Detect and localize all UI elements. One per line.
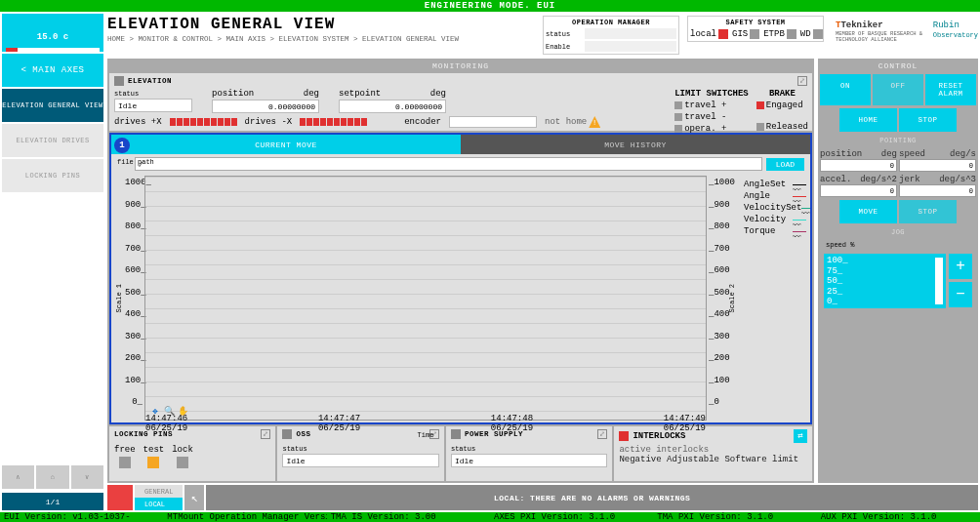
jog-minus-button[interactable]: − [949, 282, 972, 307]
lock-free-led [119, 457, 131, 468]
jog-speed-slider[interactable]: 100_75_50_25_0_ [824, 254, 946, 308]
tab-current-move[interactable]: CURRENT MOVE [111, 135, 461, 154]
x-axis-ticks: 14:47:4606/25/1914:47:4706/25/1914:47:48… [145, 414, 706, 433]
safety-local-led [718, 29, 728, 39]
load-button[interactable]: LOAD [766, 158, 804, 171]
speed-input[interactable]: 0 [899, 159, 976, 172]
y-axis-ticks: 1000_900_800_700_600_500_400_300_200_100… [125, 176, 144, 421]
elevation-position: 0.00000000 [212, 100, 319, 113]
local-button[interactable]: LOCAL [135, 498, 183, 510]
nav-home-button[interactable]: ⌂ [36, 465, 68, 489]
stop-button[interactable]: STOP [899, 108, 957, 132]
alarm-indicator [107, 485, 133, 510]
y2-axis-label: Scale 2 [728, 284, 736, 312]
accel-input[interactable]: 0 [820, 184, 897, 197]
y-axis-label: Scale 1 [115, 284, 123, 312]
elevation-box: ELEVATION ⤢ statusIdle position deg0.000… [109, 73, 812, 131]
home-button[interactable]: HOME [839, 108, 897, 132]
general-local-toggle: GENERAL LOCAL ↖ [135, 485, 204, 510]
drives-plus-bars [170, 118, 237, 126]
pointing-label: POINTING [820, 137, 976, 144]
nav-elevation-drives[interactable]: ELEVATION DRIVES [2, 124, 103, 157]
op-mgr-enable [585, 41, 676, 52]
jog-label: JOG [820, 228, 976, 236]
not-home-indicator: not home! [545, 116, 600, 128]
move-button[interactable]: MOVE [839, 200, 897, 223]
safety-etpb-led [787, 29, 796, 39]
elevation-status: Idle [114, 99, 192, 112]
chart-pan-icon[interactable]: ✋ [177, 406, 188, 418]
chart-plot-area[interactable]: 14:47:4606/25/1914:47:4706/25/1914:47:48… [144, 176, 707, 421]
operation-manager-title: OPERATION MANAGER [546, 19, 676, 26]
jog-plus-button[interactable]: + [949, 254, 972, 279]
nav-locking-pins[interactable]: LOCKING PINS [2, 159, 103, 192]
annotation-badge-1: 1 [114, 138, 130, 153]
reset-alarm-button[interactable]: RESET ALARM [925, 74, 976, 105]
stop2-button[interactable]: STOP [899, 200, 957, 223]
logos: TTeknikerMEMBER OF BASQUE RESEARCH & TEC… [832, 16, 978, 42]
drives-minus-bars [300, 118, 367, 126]
lock-test-led [147, 457, 159, 468]
nav-back-main-axes[interactable]: < MAIN AXES [2, 54, 103, 87]
nav-up-button[interactable]: ∧ [2, 465, 34, 489]
oss-status: Idle [282, 454, 438, 467]
jog-speed-label: speed % [820, 241, 976, 249]
temperature-display: 15.0 c [2, 14, 103, 52]
x-axis-label: Time [418, 431, 434, 439]
nav-elevation-general-view[interactable]: ELEVATION GENERAL VIEW [2, 89, 103, 122]
status-message: LOCAL: THERE ARE NO ALARMS OR WARNINGS [206, 485, 978, 510]
expand-icon[interactable]: ⤢ [797, 76, 807, 86]
safety-system-panel: SAFETY SYSTEM local GIS ETPB WD [687, 16, 824, 42]
file-path-input[interactable]: / [135, 157, 762, 171]
chart-zoom-icon[interactable]: 🔍 [163, 406, 175, 418]
chart-crosshair-icon[interactable]: ✥ [149, 406, 161, 418]
elevation-setpoint: 0.00000000 [339, 100, 446, 113]
interlock-refresh-icon[interactable]: ⇄ [794, 429, 807, 443]
left-nav: 15.0 c < MAIN AXES ELEVATION GENERAL VIE… [0, 12, 105, 512]
active-interlocks-value: Negative Adjustable Software limit [619, 455, 807, 464]
pointer-icon[interactable]: ↖ [184, 485, 204, 510]
breadcrumb: HOME > MONITOR & CONTROL > MAIN AXIS > E… [107, 35, 535, 43]
operation-manager-panel: OPERATION MANAGER status Enable [543, 16, 679, 55]
off-button[interactable]: OFF [873, 74, 923, 105]
jerk-input[interactable]: 0 [899, 184, 976, 197]
monitoring-panel: MONITORING ELEVATION ⤢ statusIdle positi… [107, 59, 814, 483]
general-button[interactable]: GENERAL [135, 485, 183, 498]
page-title: ELEVATION GENERAL VIEW [107, 16, 535, 33]
power-supply-box: POWER SUPPLY⤢ statusIdle [446, 426, 612, 481]
position-input[interactable]: 0 [820, 159, 897, 172]
rubin-logo: RubinObservatory [933, 16, 978, 39]
chart-legend: AngleSet〰Angle〰VelocitySet〰Velocity〰Torq… [738, 176, 806, 421]
interlocks-box: INTERLOCKS⇄ active interlocksNegative Ad… [614, 426, 812, 481]
elevation-status-led [114, 76, 124, 86]
encoder-value [449, 116, 537, 128]
on-button[interactable]: ON [820, 74, 871, 105]
safety-gis-led [750, 29, 759, 39]
op-mgr-status [585, 28, 676, 39]
version-bar: EUI Version: v1.03-1037- MTMount Operati… [0, 512, 980, 522]
warning-icon: ! [589, 116, 600, 128]
tab-move-history[interactable]: MOVE HISTORY [461, 135, 810, 154]
tekniker-logo: TTeknikerMEMBER OF BASQUE RESEARCH & TEC… [836, 16, 927, 42]
chart-box: 1 CURRENT MOVE MOVE HISTORY file path / … [109, 133, 812, 424]
control-panel: CONTROL ON OFF RESET ALARM HOME STOP POI… [818, 59, 978, 483]
safety-wd-led [813, 29, 823, 39]
monitoring-title: MONITORING [109, 60, 812, 71]
control-title: CONTROL [820, 60, 976, 71]
engineering-mode-banner: ENGINEERING MODE. EUI [0, 0, 980, 12]
safety-title: SAFETY SYSTEM [690, 19, 821, 26]
y2-axis-ticks: _1000_900_800_700_600_500_400_300_200_10… [707, 176, 728, 421]
ps-status: Idle [451, 454, 607, 467]
nav-down-button[interactable]: ∨ [71, 465, 103, 489]
locking-pins-box: LOCKING PINS⤢ free test lock [109, 426, 275, 481]
pager: 1/1 [2, 493, 103, 510]
lock-lock-led [177, 457, 188, 468]
